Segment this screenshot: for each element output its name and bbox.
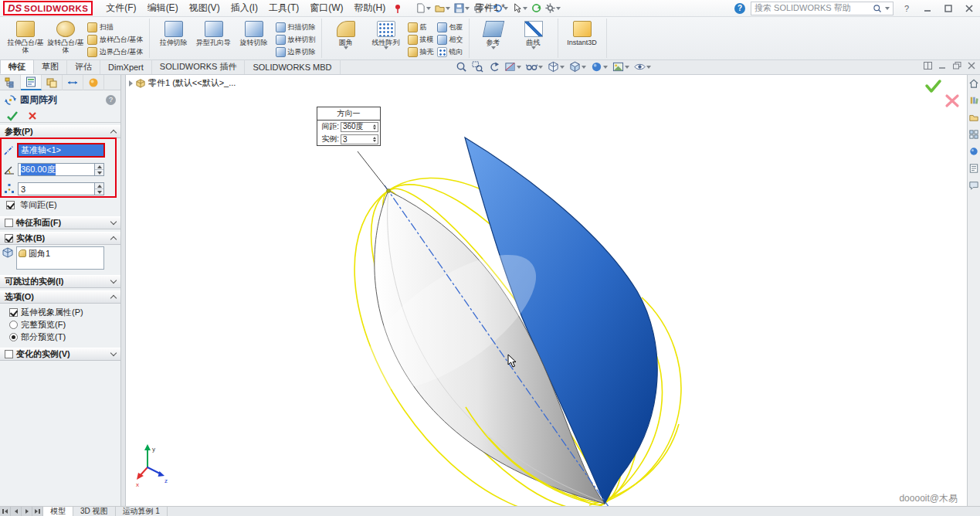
custom-properties-icon[interactable] bbox=[969, 164, 978, 173]
search-scope-caret[interactable] bbox=[885, 7, 890, 10]
tab-sketch[interactable]: 草图 bbox=[34, 59, 67, 74]
options-button[interactable] bbox=[545, 3, 561, 13]
angle-spin-buttons[interactable] bbox=[94, 164, 103, 175]
model-tab[interactable]: 模型 bbox=[43, 507, 73, 516]
section-parameters-header[interactable]: 参数(P) bbox=[0, 125, 120, 138]
rebuild-button[interactable] bbox=[531, 3, 541, 13]
callout-instances-field[interactable]: 3 bbox=[341, 134, 378, 144]
list-item[interactable]: 圆角1 bbox=[19, 248, 102, 259]
motion-study-tab[interactable]: 运动算例 1 bbox=[116, 507, 168, 516]
graphics-viewport[interactable]: 零件1 (默认<<默认>_... 方向一 间距: 360度 实例: 3 bbox=[126, 75, 967, 506]
first-tab-button[interactable] bbox=[0, 507, 11, 516]
full-preview-row[interactable]: 完整预览(F) bbox=[2, 318, 119, 331]
window-split-icon[interactable] bbox=[924, 62, 932, 70]
revolve-cut-button[interactable]: 旋转切除 bbox=[234, 19, 274, 48]
section-options-header[interactable]: 选项(O) bbox=[0, 290, 120, 304]
close-button[interactable] bbox=[961, 2, 977, 15]
section-view-button[interactable] bbox=[504, 61, 521, 73]
menu-insert[interactable]: 插入(I) bbox=[226, 0, 263, 16]
equal-spacing-row[interactable]: 等间距(E) bbox=[2, 199, 119, 212]
home-icon[interactable] bbox=[969, 79, 978, 88]
instant3d-button[interactable]: Instant3D bbox=[562, 19, 602, 48]
linear-pattern-button[interactable]: 线性阵列 bbox=[366, 19, 406, 51]
ok-button[interactable] bbox=[6, 110, 19, 121]
propagate-visual-row[interactable]: 延伸视象属性(P) bbox=[2, 306, 119, 318]
propertymanager-tab[interactable] bbox=[21, 75, 42, 90]
select-button[interactable] bbox=[512, 3, 527, 13]
pattern-axis-field[interactable]: 基准轴<1> bbox=[18, 144, 104, 157]
zoom-fit-button[interactable] bbox=[456, 61, 467, 73]
next-tab-button[interactable] bbox=[22, 507, 32, 516]
apply-scene-button[interactable] bbox=[612, 61, 629, 73]
partial-preview-row[interactable]: 部分预览(T) bbox=[2, 331, 119, 343]
bodies-listbox[interactable]: 圆角1 bbox=[16, 246, 104, 270]
property-help-icon[interactable]: ? bbox=[106, 95, 116, 105]
count-spin-buttons[interactable] bbox=[94, 183, 103, 195]
shell-button[interactable]: 抽壳 bbox=[408, 46, 434, 58]
maximize-button[interactable] bbox=[941, 2, 956, 15]
appearances-icon[interactable] bbox=[969, 147, 978, 156]
help-button[interactable]: ? bbox=[899, 2, 914, 15]
menu-tools[interactable]: 工具(T) bbox=[263, 0, 304, 16]
extrude-cut-button[interactable]: 拉伸切除 bbox=[154, 19, 194, 48]
forum-icon[interactable] bbox=[969, 181, 978, 190]
cancel-button[interactable] bbox=[28, 111, 37, 121]
previous-tab-button[interactable] bbox=[11, 507, 22, 516]
menu-view[interactable]: 视图(V) bbox=[184, 0, 226, 16]
rib-button[interactable]: 筋 bbox=[408, 22, 434, 33]
callout-instances-spinner[interactable] bbox=[373, 137, 376, 142]
fillet-button[interactable]: 圆角 bbox=[326, 19, 366, 51]
pattern-count-spinner[interactable]: 3 bbox=[18, 182, 104, 195]
configurationmanager-tab[interactable] bbox=[42, 75, 63, 90]
loft-boss-button[interactable]: 放样凸台/基体 bbox=[87, 34, 144, 46]
hole-wizard-button[interactable]: 异型孔向导 bbox=[194, 19, 234, 48]
extrude-boss-button[interactable]: 拉伸凸台/基体 bbox=[5, 19, 46, 56]
last-tab-button[interactable] bbox=[32, 507, 43, 516]
curves-button[interactable]: 曲线 bbox=[514, 19, 554, 51]
tab-features[interactable]: 特征 bbox=[0, 59, 34, 74]
file-explorer-icon[interactable] bbox=[969, 113, 978, 122]
menu-window[interactable]: 窗口(W) bbox=[304, 0, 348, 16]
section-varied-instances-header[interactable]: 变化的实例(V) bbox=[0, 348, 120, 361]
callout-spacing-field[interactable]: 360度 bbox=[341, 122, 378, 132]
new-document-button[interactable] bbox=[415, 3, 431, 13]
section-features-faces-header[interactable]: 特征和面(F) bbox=[0, 216, 120, 229]
draft-button[interactable]: 拔模 bbox=[408, 34, 434, 46]
display-style-button[interactable] bbox=[548, 61, 565, 73]
bodies-checkbox[interactable] bbox=[5, 234, 13, 243]
flyout-feature-tree[interactable]: 零件1 (默认<<默认>_... bbox=[129, 77, 236, 89]
propagate-visual-checkbox[interactable] bbox=[9, 308, 18, 317]
view-settings-button[interactable] bbox=[634, 61, 651, 73]
features-faces-checkbox[interactable] bbox=[5, 219, 13, 227]
callout-spacing-spinner[interactable] bbox=[373, 124, 376, 130]
boundary-cut-button[interactable]: 边界切除 bbox=[276, 46, 316, 58]
full-preview-radio[interactable] bbox=[9, 321, 18, 329]
tab-evaluate[interactable]: 评估 bbox=[67, 59, 100, 74]
help-circle-icon[interactable]: ? bbox=[734, 3, 745, 14]
pattern-angle-spinner[interactable]: 360.00度 bbox=[18, 163, 104, 176]
menu-help[interactable]: 帮助(H) bbox=[349, 0, 392, 16]
section-skipped-instances-header[interactable]: 可跳过的实例(I) bbox=[0, 275, 120, 288]
design-library-icon[interactable] bbox=[969, 96, 978, 105]
zoom-area-button[interactable] bbox=[472, 61, 483, 73]
pattern-callout[interactable]: 方向一 间距: 360度 实例: 3 bbox=[317, 107, 381, 146]
loft-cut-button[interactable]: 放样切割 bbox=[276, 34, 316, 46]
edit-appearance-button[interactable] bbox=[591, 61, 608, 73]
revolve-boss-button[interactable]: 旋转凸台/基体 bbox=[46, 19, 86, 56]
open-document-button[interactable] bbox=[435, 3, 450, 13]
flyout-tree-arrow-icon[interactable] bbox=[129, 80, 133, 87]
menu-file[interactable]: 文件(F) bbox=[100, 0, 141, 16]
tab-dimxpert[interactable]: DimXpert bbox=[100, 59, 152, 74]
menu-edit[interactable]: 编辑(E) bbox=[142, 0, 184, 16]
window-restore-icon[interactable] bbox=[953, 62, 961, 70]
swept-boss-button[interactable]: 扫描 bbox=[87, 22, 144, 33]
save-button[interactable] bbox=[454, 3, 470, 13]
mirror-button[interactable]: 镜向 bbox=[437, 46, 463, 58]
varied-instances-checkbox[interactable] bbox=[5, 350, 13, 358]
window-minimize-icon[interactable] bbox=[938, 62, 947, 70]
window-close-icon[interactable] bbox=[968, 62, 976, 70]
wrap-button[interactable]: 包覆 bbox=[437, 22, 463, 33]
partial-preview-radio[interactable] bbox=[9, 333, 18, 341]
view-orientation-button[interactable] bbox=[569, 61, 586, 73]
previous-view-button[interactable] bbox=[488, 61, 500, 73]
